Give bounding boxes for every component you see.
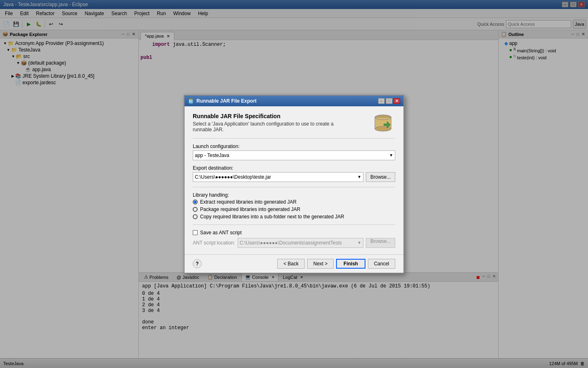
help-button[interactable]: ? [193, 259, 202, 268]
ant-location-row: ANT script location: C:\Users\●●●●●●\Doc… [193, 238, 395, 248]
modal-heading: Runnable JAR File Specification [193, 113, 348, 119]
back-button[interactable]: < Back [277, 259, 305, 269]
radio-label-copy: Copy required libraries into a sub-folde… [200, 214, 344, 220]
modal-jar-icon [371, 113, 395, 133]
launch-config-label: Launch configuration: [193, 144, 395, 149]
launch-config-field: Launch configuration: app - TesteJava ▼ [193, 144, 395, 160]
export-browse-button[interactable]: Browse... [366, 172, 395, 182]
export-dest-label: Export destination: [193, 165, 395, 171]
export-dest-row: C:\Users\●●●●●●\Desktop\teste.jar ▼ Brow… [193, 172, 395, 182]
radio-dot-package [193, 207, 198, 212]
export-dest-value: C:\Users\●●●●●●\Desktop\teste.jar [195, 174, 271, 180]
modal-minimize[interactable]: ─ [378, 98, 385, 104]
radio-label-package: Package required libraries into generate… [200, 206, 300, 212]
divider-3 [193, 224, 395, 225]
divider-1 [193, 138, 395, 139]
svg-point-2 [375, 126, 391, 131]
modal-body: Runnable JAR File Specification Select a… [185, 106, 403, 254]
ant-script-section: Save as ANT script ANT script location: … [193, 230, 395, 248]
save-ant-row: Save as ANT script [193, 230, 395, 236]
runnable-jar-dialog: 🫙 Runnable JAR File Export ─ □ ✕ Runnabl… [184, 95, 404, 274]
modal-footer: ? < Back Next > Finish Cancel [185, 254, 403, 273]
modal-titlebar: 🫙 Runnable JAR File Export ─ □ ✕ [185, 96, 403, 106]
footer-right: < Back Next > Finish Cancel [277, 259, 395, 269]
cancel-button[interactable]: Cancel [368, 259, 395, 269]
next-button[interactable]: Next > [307, 259, 334, 269]
footer-left: ? [193, 259, 202, 268]
ant-script-input: C:\Users\●●●●●●\Documents\assignmentTest… [238, 238, 363, 248]
modal-controls: ─ □ ✕ [378, 98, 400, 104]
modal-header-section: Runnable JAR File Specification Select a… [193, 113, 395, 133]
ant-script-value: C:\Users\●●●●●●\Documents\assignmentTest… [240, 240, 342, 246]
launch-config-dropdown[interactable]: app - TesteJava ▼ [193, 150, 395, 160]
save-ant-checkbox[interactable] [193, 230, 198, 235]
finish-button[interactable]: Finish [336, 259, 365, 269]
ant-script-label: ANT script location: [193, 240, 235, 246]
radio-package[interactable]: Package required libraries into generate… [193, 206, 395, 212]
radio-copy[interactable]: Copy required libraries into a sub-folde… [193, 214, 395, 220]
modal-header-text: Runnable JAR File Specification Select a… [193, 113, 348, 132]
export-dest-field: Export destination: C:\Users\●●●●●●\Desk… [193, 165, 395, 182]
divider-2 [193, 187, 395, 187]
radio-dot-copy [193, 214, 198, 219]
modal-title-text: Runnable JAR File Export [196, 98, 256, 104]
library-handling-field: Library handling: Extract required libra… [193, 192, 395, 220]
dropdown-arrow-icon: ▼ [389, 153, 393, 157]
modal-overlay: 🫙 Runnable JAR File Export ─ □ ✕ Runnabl… [0, 0, 588, 368]
modal-close-button[interactable]: ✕ [394, 98, 400, 104]
radio-group: Extract required libraries into generate… [193, 199, 395, 220]
ant-dropdown-arrow: ▼ [357, 240, 361, 245]
radio-label-extract: Extract required libraries into generate… [200, 199, 296, 205]
radio-extract[interactable]: Extract required libraries into generate… [193, 199, 395, 205]
library-handling-label: Library handling: [193, 192, 395, 198]
modal-title-icon: 🫙 [188, 98, 194, 104]
ant-browse-button[interactable]: Browse... [366, 238, 395, 248]
dropdown-arrow-icon: ▼ [357, 175, 361, 179]
modal-subtitle: Select a 'Java Application' launch confi… [193, 121, 348, 132]
save-ant-label: Save as ANT script [200, 230, 242, 236]
export-dest-input[interactable]: C:\Users\●●●●●●\Desktop\teste.jar ▼ [193, 172, 363, 182]
modal-maximize[interactable]: □ [386, 98, 392, 104]
launch-config-value: app - TesteJava [195, 153, 229, 158]
launch-config-row: app - TesteJava ▼ [193, 150, 395, 160]
modal-title-left: 🫙 Runnable JAR File Export [188, 98, 256, 104]
radio-dot-extract [193, 200, 198, 204]
